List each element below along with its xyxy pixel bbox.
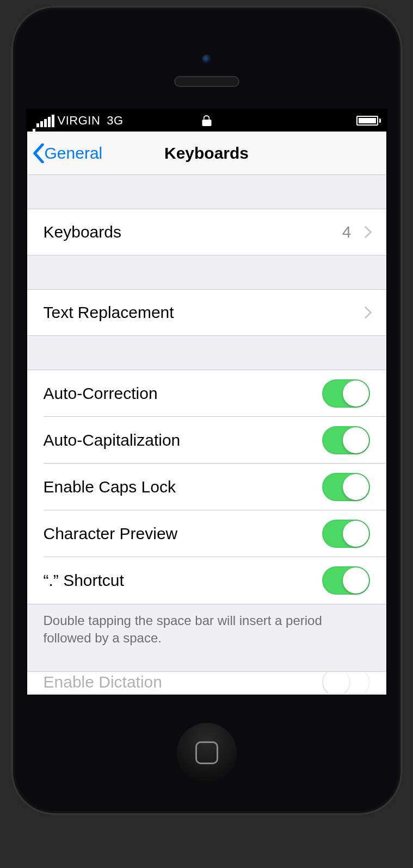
status-bar: VIRGIN 3G — [27, 110, 386, 132]
character-preview-row: Character Preview — [44, 510, 386, 557]
signal-bars-icon — [36, 115, 54, 127]
auto-capitalization-row: Auto-Capitalization — [44, 417, 386, 464]
cell-label: Text Replacement — [44, 303, 361, 322]
back-button[interactable]: General — [27, 143, 103, 163]
toggle-label: Enable Caps Lock — [44, 478, 322, 496]
footer-text: Double tapping the space bar will insert… — [27, 604, 386, 655]
nav-bar: General Keyboards — [27, 132, 386, 175]
enable-dictation-toggle[interactable] — [322, 671, 370, 693]
period-shortcut-row: “.” Shortcut — [44, 557, 386, 604]
lock-icon — [202, 115, 211, 126]
toggle-label: Auto-Capitalization — [44, 431, 322, 449]
battery-icon — [356, 116, 381, 126]
chevron-left-icon — [33, 143, 45, 163]
home-button[interactable] — [177, 723, 237, 783]
speaker-grille — [174, 76, 239, 87]
page-title: Keyboards — [164, 144, 249, 163]
keyboards-row[interactable]: Keyboards 4 — [27, 209, 386, 255]
group-spacer — [27, 175, 386, 209]
phone-frame: VIRGIN 3G General Keyboards Keyboards 4 — [11, 5, 403, 815]
text-replacement-row[interactable]: Text Replacement — [27, 289, 386, 336]
toggle-label: Character Preview — [44, 524, 322, 543]
chevron-right-icon — [359, 307, 372, 319]
enable-caps-lock-toggle[interactable] — [322, 473, 370, 501]
screen: VIRGIN 3G General Keyboards Keyboards 4 — [26, 109, 387, 696]
enable-caps-lock-row: Enable Caps Lock — [44, 464, 386, 510]
character-preview-toggle[interactable] — [322, 520, 370, 548]
toggle-label: Auto-Correction — [44, 384, 322, 403]
cell-value: 4 — [342, 223, 352, 241]
auto-capitalization-toggle[interactable] — [322, 426, 370, 454]
group-spacer — [27, 255, 386, 289]
group-spacer — [27, 336, 386, 370]
group-spacer — [27, 655, 386, 671]
toggle-group: Auto-Correction Auto-Capitalization Enab… — [27, 370, 386, 604]
enable-dictation-row[interactable]: Enable Dictation — [27, 671, 386, 693]
cell-label: Keyboards — [44, 223, 342, 241]
toggle-label: Enable Dictation — [44, 673, 322, 691]
chevron-right-icon — [359, 226, 372, 239]
camera-dot — [202, 54, 212, 64]
back-label: General — [45, 144, 103, 163]
status-network: 3G — [107, 114, 123, 128]
home-square-icon — [195, 741, 218, 764]
status-carrier: VIRGIN — [58, 114, 101, 128]
auto-correction-row: Auto-Correction — [44, 370, 386, 417]
toggle-label: “.” Shortcut — [44, 571, 322, 590]
period-shortcut-toggle[interactable] — [322, 566, 370, 595]
auto-correction-toggle[interactable] — [322, 379, 370, 408]
